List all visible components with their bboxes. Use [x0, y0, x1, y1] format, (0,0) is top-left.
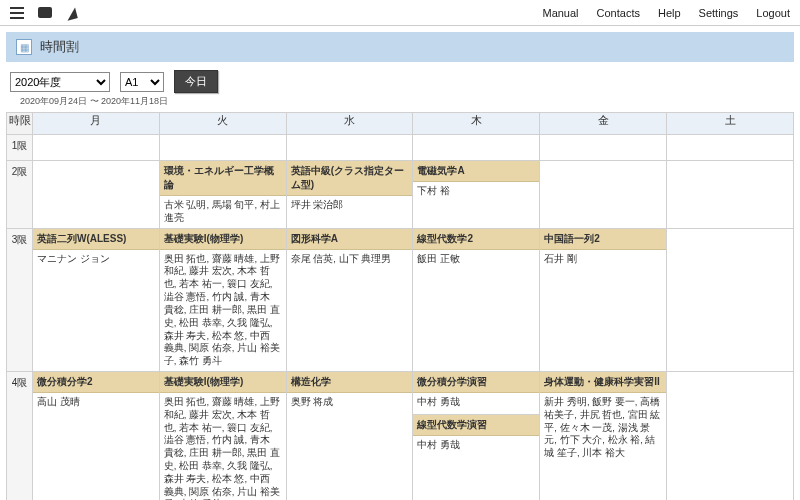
header-period: 時限: [7, 113, 33, 135]
course-teachers: 中村 勇哉: [413, 393, 539, 412]
menu-icon[interactable]: [10, 7, 24, 19]
course-teachers: 奥田 拓也, 齋藤 晴雄, 上野 和紀, 藤井 宏次, 木本 哲也, 若本 祐一…: [160, 393, 286, 500]
course-title: 中国語一列2: [540, 229, 666, 250]
timetable: 時限 月 火 水 木 金 土 1限 2限 環境・エネルギー工学概論 古米 弘明,…: [6, 112, 794, 500]
course-teachers: マニナン ジョン: [33, 250, 159, 269]
course-cell[interactable]: 基礎実験I(物理学) 奥田 拓也, 齋藤 晴雄, 上野 和紀, 藤井 宏次, 木…: [159, 371, 286, 500]
course-teachers: 古米 弘明, 馬場 旬平, 村上 進亮: [160, 196, 286, 228]
course-cell[interactable]: 中国語一列2 石井 剛: [540, 228, 667, 371]
course-cell[interactable]: 微分積分学演習 中村 勇哉 線型代数学演習 中村 勇哉: [413, 371, 540, 500]
header-day-tue: 火: [159, 113, 286, 135]
course-cell[interactable]: 英語中級(クラス指定ターム型) 坪井 栄治郎: [286, 161, 413, 229]
nav-contacts[interactable]: Contacts: [597, 7, 640, 19]
row-period-2: 2限 環境・エネルギー工学概論 古米 弘明, 馬場 旬平, 村上 進亮 英語中級…: [7, 161, 794, 229]
nav-logout[interactable]: Logout: [756, 7, 790, 19]
course-teachers: 中村 勇哉: [413, 436, 539, 455]
course-cell[interactable]: 線型代数学2 飯田 正敏: [413, 228, 540, 371]
course-cell[interactable]: 基礎実験I(物理学) 奥田 拓也, 齋藤 晴雄, 上野 和紀, 藤井 宏次, 木…: [159, 228, 286, 371]
nav-manual[interactable]: Manual: [542, 7, 578, 19]
course-teachers: 奥野 将成: [287, 393, 413, 412]
course-title: 微分積分学演習: [413, 372, 539, 393]
today-button[interactable]: 今日: [174, 70, 218, 93]
course-teachers: 新井 秀明, 飯野 要一, 高橋 祐美子, 井尻 哲也, 宮田 紘平, 佐々木 …: [540, 393, 666, 463]
course-teachers: 下村 裕: [413, 182, 539, 201]
year-select[interactable]: 2020年度: [10, 72, 110, 92]
header-day-thu: 木: [413, 113, 540, 135]
course-cell[interactable]: 環境・エネルギー工学概論 古米 弘明, 馬場 旬平, 村上 進亮: [159, 161, 286, 229]
course-teachers: 奈尾 信英, 山下 典理男: [287, 250, 413, 269]
course-title: 基礎実験I(物理学): [160, 372, 286, 393]
course-cell[interactable]: 図形科学A 奈尾 信英, 山下 典理男: [286, 228, 413, 371]
nav-help[interactable]: Help: [658, 7, 681, 19]
course-title: 環境・エネルギー工学概論: [160, 161, 286, 196]
chat-icon[interactable]: [38, 7, 52, 18]
course-cell[interactable]: 英語二列W(ALESS) マニナン ジョン: [33, 228, 160, 371]
course-title: 線型代数学2: [413, 229, 539, 250]
course-title: 身体運動・健康科学実習II: [540, 372, 666, 393]
period-label: 2限: [7, 161, 33, 229]
page-titlebar: ▦ 時間割: [6, 32, 794, 62]
header-day-sat: 土: [667, 113, 794, 135]
course-title: 図形科学A: [287, 229, 413, 250]
course-title: 微分積分学2: [33, 372, 159, 393]
course-title: 英語中級(クラス指定ターム型): [287, 161, 413, 196]
header-day-mon: 月: [33, 113, 160, 135]
course-title: 英語二列W(ALESS): [33, 229, 159, 250]
course-title: 構造化学: [287, 372, 413, 393]
period-label: 1限: [7, 135, 33, 161]
notification-icon[interactable]: ◢: [64, 3, 79, 21]
calendar-icon: ▦: [16, 39, 32, 55]
row-period-4: 4限 微分積分学2 高山 茂晴 基礎実験I(物理学) 奥田 拓也, 齋藤 晴雄,…: [7, 371, 794, 500]
nav-settings[interactable]: Settings: [699, 7, 739, 19]
course-title: 電磁気学A: [413, 161, 539, 182]
course-teachers: 奥田 拓也, 齋藤 晴雄, 上野 和紀, 藤井 宏次, 木本 哲也, 若本 祐一…: [160, 250, 286, 371]
course-cell[interactable]: 構造化学 奥野 将成: [286, 371, 413, 500]
row-period-1: 1限: [7, 135, 794, 161]
course-teachers: 高山 茂晴: [33, 393, 159, 412]
header-day-fri: 金: [540, 113, 667, 135]
course-title: 基礎実験I(物理学): [160, 229, 286, 250]
course-cell[interactable]: 電磁気学A 下村 裕: [413, 161, 540, 229]
period-label: 4限: [7, 371, 33, 500]
course-title: 線型代数学演習: [413, 415, 539, 436]
course-teachers: 坪井 栄治郎: [287, 196, 413, 215]
page-title: 時間割: [40, 38, 79, 56]
course-teachers: 石井 剛: [540, 250, 666, 269]
date-range: 2020年09月24日 〜 2020年11月18日: [0, 95, 800, 112]
term-select[interactable]: A1: [120, 72, 164, 92]
header-day-wed: 水: [286, 113, 413, 135]
course-teachers: 飯田 正敏: [413, 250, 539, 269]
course-cell[interactable]: 身体運動・健康科学実習II 新井 秀明, 飯野 要一, 高橋 祐美子, 井尻 哲…: [540, 371, 667, 500]
row-period-3: 3限 英語二列W(ALESS) マニナン ジョン 基礎実験I(物理学) 奥田 拓…: [7, 228, 794, 371]
period-label: 3限: [7, 228, 33, 371]
course-cell[interactable]: 微分積分学2 高山 茂晴: [33, 371, 160, 500]
